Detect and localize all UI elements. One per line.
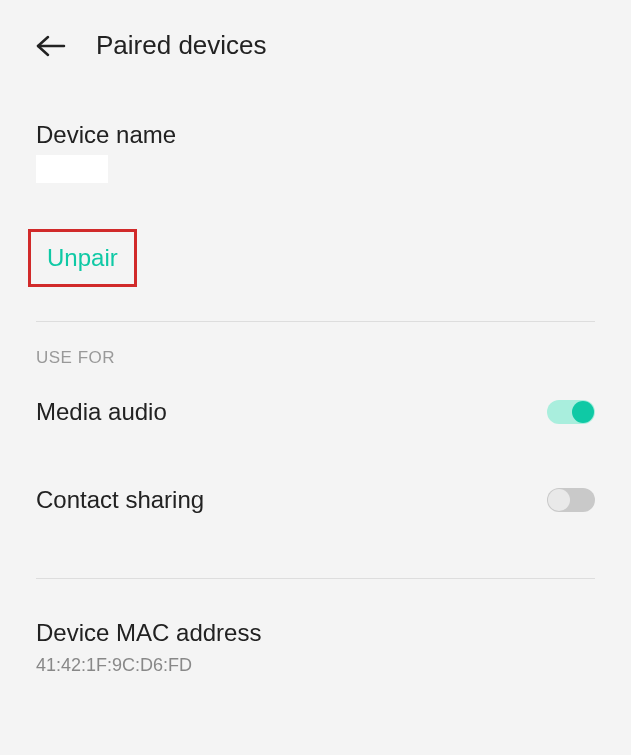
unpair-wrap: Unpair	[28, 229, 137, 287]
back-arrow-icon[interactable]	[36, 35, 66, 57]
media-audio-toggle[interactable]	[547, 400, 595, 424]
unpair-button[interactable]: Unpair	[47, 244, 118, 272]
mac-address-section: Device MAC address 41:42:1F:9C:D6:FD	[0, 579, 631, 686]
highlight-box: Unpair	[28, 229, 137, 287]
contact-sharing-row[interactable]: Contact sharing	[0, 456, 631, 544]
page-title: Paired devices	[96, 30, 267, 61]
toggle-knob	[572, 401, 594, 423]
media-audio-label: Media audio	[36, 398, 167, 426]
use-for-header: USE FOR	[0, 322, 631, 368]
mac-address-label: Device MAC address	[36, 619, 595, 647]
device-name-label: Device name	[36, 121, 595, 149]
device-name-section[interactable]: Device name	[0, 81, 631, 197]
contact-sharing-label: Contact sharing	[36, 486, 204, 514]
device-name-value	[36, 155, 108, 183]
toggle-knob	[548, 489, 570, 511]
media-audio-row[interactable]: Media audio	[0, 368, 631, 456]
contact-sharing-toggle[interactable]	[547, 488, 595, 512]
mac-address-value: 41:42:1F:9C:D6:FD	[36, 655, 595, 676]
header: Paired devices	[0, 0, 631, 81]
